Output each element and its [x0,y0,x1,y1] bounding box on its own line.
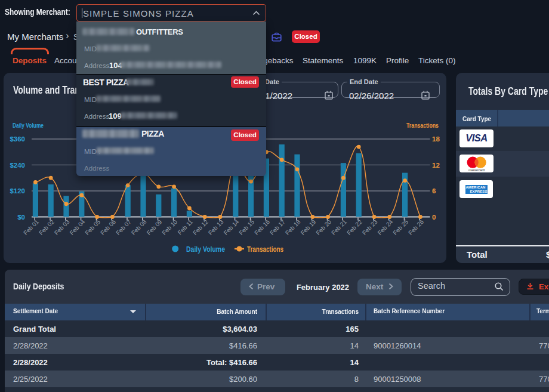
svg-text:0: 0 [432,214,436,221]
svg-text:18: 18 [432,135,440,143]
svg-text:Feb 18: Feb 18 [284,218,302,236]
svg-text:Feb 21: Feb 21 [330,218,348,236]
svg-text:6: 6 [432,187,436,195]
svg-text:Feb 08: Feb 08 [130,218,148,236]
svg-text:Feb 26: Feb 26 [407,218,425,236]
svg-text:12: 12 [432,162,440,169]
svg-text:$240: $240 [10,162,25,169]
svg-text:Feb 24: Feb 24 [377,218,394,236]
svg-text:Feb 03: Feb 03 [53,218,71,236]
svg-text:Feb 11: Feb 11 [177,218,195,236]
svg-text:Feb 10: Feb 10 [161,218,178,236]
svg-text:Feb 01: Feb 01 [22,218,40,236]
svg-text:Feb 05: Feb 05 [84,218,101,236]
svg-text:Feb 13: Feb 13 [207,218,225,236]
svg-text:Transactions: Transactions [247,245,283,254]
svg-text:Feb 17: Feb 17 [269,218,286,236]
svg-text:Feb 12: Feb 12 [192,218,209,236]
svg-text:Transactions: Transactions [406,122,439,129]
svg-text:Feb 16: Feb 16 [253,218,271,236]
svg-text:Feb 07: Feb 07 [115,218,132,236]
svg-text:Feb 23: Feb 23 [361,218,379,236]
svg-text:Feb 14: Feb 14 [223,218,240,236]
svg-text:$120: $120 [10,187,25,195]
svg-text:Feb 15: Feb 15 [238,218,255,236]
svg-text:Feb 25: Feb 25 [391,218,409,236]
svg-text:Feb 20: Feb 20 [314,218,332,236]
svg-text:Daily Volume: Daily Volume [13,122,44,129]
svg-text:$0: $0 [17,214,25,221]
svg-text:Feb 06: Feb 06 [99,218,117,236]
svg-text:Feb 09: Feb 09 [146,218,164,236]
svg-text:$360: $360 [10,135,25,143]
svg-text:Feb 04: Feb 04 [69,218,87,236]
svg-text:mastercard: mastercard [468,168,485,172]
svg-text:Feb 02: Feb 02 [38,218,55,236]
svg-text:Feb 19: Feb 19 [300,218,317,236]
svg-text:Feb 22: Feb 22 [346,218,363,236]
svg-text:Daily Volume: Daily Volume [186,245,225,254]
